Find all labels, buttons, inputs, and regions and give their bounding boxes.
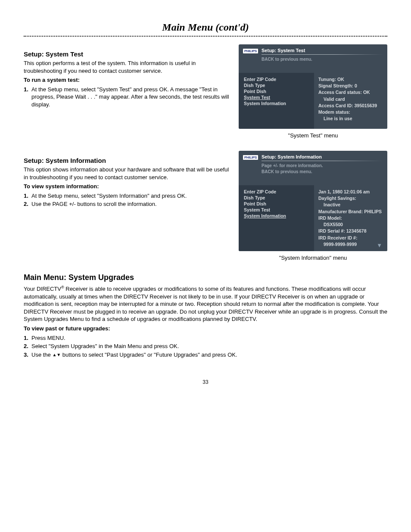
screen-top: PHILIPS Setup: System Test BACK to previ… — [239, 44, 387, 73]
content-line: Daylight Savings: — [318, 195, 383, 202]
section3-heading: Main Menu: System Upgrades — [24, 273, 387, 282]
section2-steps: 1. At the Setup menu, select "System Inf… — [24, 192, 229, 208]
step-text: At the Setup menu, select "System Test" … — [31, 86, 229, 109]
screenshot-system-info: PHILIPS Setup: System Information Page +… — [239, 151, 387, 251]
registered-icon: ® — [61, 285, 64, 289]
content-line: Access Card ID: 395015639 — [318, 103, 383, 109]
section1-step1: 1. At the Setup menu, select "System Tes… — [24, 86, 229, 109]
section3-steps: 1. Press MENU. 2. Select "System Upgrade… — [24, 334, 387, 359]
screen-rule — [262, 54, 383, 55]
section3-para: Your DIRECTV® Receiver is able to receiv… — [24, 285, 387, 323]
section-system-test: Setup: System Test This option performs … — [24, 44, 387, 139]
content-line: Modem status: — [318, 109, 383, 115]
section2-viewhead: To view system information: — [24, 183, 229, 190]
section-system-information: Setup: System Information This option sh… — [24, 151, 387, 261]
philips-logo: PHILIPS — [243, 155, 258, 160]
screen-body: Enter ZIP Code Dish Type Point Dish Syst… — [239, 73, 387, 129]
screen-menu: Enter ZIP Code Dish Type Point Dish Syst… — [239, 185, 314, 251]
content-line: IRD Model: — [318, 215, 383, 221]
section2-heading: Setup: System Information — [24, 157, 229, 164]
content-line: Manufacturer Brand: PHILIPS — [318, 208, 383, 215]
step-number: 1. — [24, 86, 31, 109]
section3-step2: 2. Select "System Upgrades" in the Main … — [24, 342, 387, 350]
para-b: Receiver is able to receive upgrades or … — [24, 286, 387, 322]
screen-sub1: Page +/- for more information. — [262, 163, 383, 169]
menu-item-zip: Enter ZIP Code — [244, 189, 311, 195]
menu-item-sysinfo: System Information — [244, 100, 311, 106]
section1-intro: This option performs a test of the syste… — [24, 59, 229, 75]
menu-item-sysinfo: System Information — [244, 213, 311, 219]
section2-step1: 1. At the Setup menu, select "System Inf… — [24, 192, 229, 200]
content-line: Signal Strength: 0 — [318, 83, 383, 89]
step-text: Use the PAGE +/- buttons to scroll the i… — [31, 200, 157, 208]
screen-content: Tunung: OK Signal Strength: 0 Access Car… — [314, 73, 387, 129]
screenshot-system-test: PHILIPS Setup: System Test BACK to previ… — [239, 44, 387, 129]
content-line: Line is in use — [318, 115, 383, 122]
section1-heading: Setup: System Test — [24, 50, 229, 58]
screen-top-right: Setup: System Test BACK to previous menu… — [262, 48, 383, 62]
section2-step2: 2. Use the PAGE +/- buttons to scroll th… — [24, 200, 229, 208]
scroll-down-icon: ▼ — [377, 242, 382, 249]
content-line: Valid card — [318, 96, 383, 103]
step-number: 2. — [24, 342, 31, 350]
screen-top-right: Setup: System Information Page +/- for m… — [262, 154, 383, 175]
up-down-arrows-icon: ▲▼ — [52, 352, 61, 357]
step-number: 1. — [24, 334, 31, 342]
menu-item-zip: Enter ZIP Code — [244, 76, 311, 82]
content-line: Tunung: OK — [318, 76, 383, 83]
step-text: Select "System Upgrades" in the Main Men… — [31, 342, 179, 350]
section3-step1: 1. Press MENU. — [24, 334, 387, 342]
para-a: Your DIRECTV — [24, 286, 61, 292]
content-line: DSX5500 — [318, 221, 383, 228]
page-number: 33 — [24, 379, 387, 385]
section1-runhead: To run a system test: — [24, 76, 229, 84]
menu-item-dishtype: Dish Type — [244, 82, 311, 88]
screen-body: Enter ZIP Code Dish Type Point Dish Syst… — [239, 185, 387, 251]
section2-figure: PHILIPS Setup: System Information Page +… — [239, 151, 387, 261]
screen-content: Jan 1, 1980 12:01:06 am Daylight Savings… — [314, 185, 387, 251]
step3-a: Use the — [31, 352, 52, 358]
section2-intro: This option shows information about your… — [24, 166, 229, 181]
step-number: 1. — [24, 192, 31, 200]
figure1-caption: "System Test" menu — [239, 132, 387, 139]
content-line: IRD Serial #: 12345678 — [318, 228, 383, 234]
section1-figure: PHILIPS Setup: System Test BACK to previ… — [239, 44, 387, 139]
figure2-caption: "System Information" menu — [239, 255, 387, 261]
menu-item-pointdish: Point Dish — [244, 88, 311, 94]
content-line: Access Card status: OK — [318, 89, 383, 96]
section3-step3: 3. Use the ▲▼ buttons to select "Past Up… — [24, 351, 387, 359]
screen-title: Setup: System Information — [262, 154, 383, 159]
step-text: Use the ▲▼ buttons to select "Past Upgra… — [31, 351, 237, 359]
screen-top: PHILIPS Setup: System Information Page +… — [239, 151, 387, 185]
step-number: 3. — [24, 351, 31, 359]
dotted-rule — [24, 36, 387, 37]
section2-text: Setup: System Information This option sh… — [24, 151, 229, 261]
screen-title: Setup: System Test — [262, 48, 383, 53]
section3-viewhead: To view past or future upgrades: — [24, 325, 387, 333]
menu-item-dishtype: Dish Type — [244, 195, 311, 201]
section1-text: Setup: System Test This option performs … — [24, 44, 229, 139]
step3-b: buttons to select "Past Upgrades" or "Fu… — [61, 352, 237, 358]
menu-item-systemtest: System Test — [244, 207, 311, 213]
content-line: 9999-9999-9999 — [318, 241, 383, 248]
section1-steps: 1. At the Setup menu, select "System Tes… — [24, 86, 229, 109]
step-text: Press MENU. — [31, 334, 65, 342]
content-line: Jan 1, 1980 12:01:06 am — [318, 189, 383, 195]
menu-item-systemtest: System Test — [244, 94, 311, 100]
page-title: Main Menu (cont'd) — [24, 22, 387, 33]
philips-logo: PHILIPS — [243, 49, 258, 53]
screen-sub: BACK to previous menu. — [262, 56, 383, 62]
content-line: Inactive — [318, 202, 383, 208]
screen-menu: Enter ZIP Code Dish Type Point Dish Syst… — [239, 73, 314, 129]
screen-rule — [262, 161, 383, 161]
content-line: IRD Receiver ID #: — [318, 235, 383, 241]
screen-sub2: BACK to previous menu. — [262, 169, 383, 175]
menu-item-pointdish: Point Dish — [244, 201, 311, 207]
step-number: 2. — [24, 200, 31, 208]
step-text: At the Setup menu, select "System Inform… — [31, 192, 187, 200]
